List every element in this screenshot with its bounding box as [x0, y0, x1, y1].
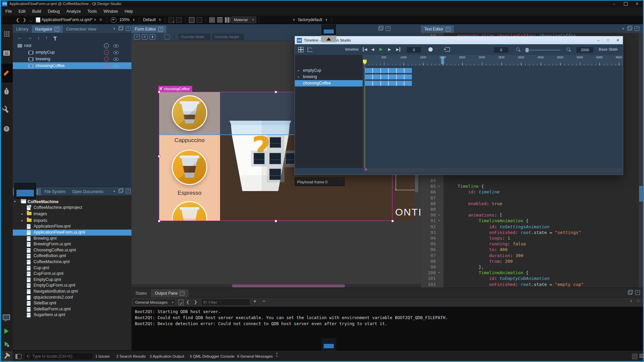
float-pane-icon[interactable]: [628, 291, 632, 295]
close-pane-icon[interactable]: [126, 189, 130, 193]
file-row[interactable]: CoffeeMachine.qmlproject: [13, 205, 131, 211]
output-filter[interactable]: [201, 299, 250, 306]
output-log[interactable]: Boot2Qt: Starting QDB host server.Boot2Q…: [131, 307, 644, 351]
pane-menu-icon[interactable]: [113, 26, 115, 31]
move-right-icon[interactable]: →: [28, 35, 32, 40]
move-left-icon[interactable]: ←: [17, 35, 22, 40]
zoom-out-icon[interactable]: −: [262, 298, 265, 304]
file-row[interactable]: SideBarForm.ui.qml: [13, 306, 131, 312]
progress-icon[interactable]: [632, 354, 638, 359]
close-tab-icon[interactable]: [55, 27, 59, 32]
snapping-icon[interactable]: S: [168, 17, 174, 23]
timeline-track-brewing[interactable]: ▸brewing: [295, 74, 363, 80]
menu-edit[interactable]: Edit: [15, 7, 29, 16]
minimize-button[interactable]: –: [608, 0, 620, 7]
continue-button-fragment[interactable]: ONTI: [395, 206, 421, 218]
menu-debug[interactable]: Debug: [45, 7, 63, 16]
canvas-horizontal-scrollbar[interactable]: [131, 284, 421, 288]
show-bounds-icon[interactable]: [164, 34, 170, 40]
debug-run-button[interactable]: [0, 337, 13, 351]
resize-handle[interactable]: [158, 155, 160, 158]
status-button[interactable]: 2 Search Results: [116, 351, 146, 362]
zoom-spinner-icon[interactable]: ▲▼: [132, 18, 135, 21]
edit-filter-icon[interactable]: [178, 300, 183, 305]
lock-icon[interactable]: ◡: [28, 18, 35, 22]
current-frame-field[interactable]: 0: [406, 47, 422, 53]
file-spinner-icon[interactable]: ▲▼: [94, 18, 96, 21]
close-pane-icon[interactable]: [386, 26, 390, 31]
tab-open-documents[interactable]: Open Documents: [69, 188, 107, 195]
kit-spinner-icon[interactable]: ▲▼: [325, 18, 328, 21]
float-pane-icon[interactable]: [118, 27, 122, 31]
playhead-position-field[interactable]: 0: [493, 47, 509, 53]
close-document-icon[interactable]: ✕: [98, 17, 104, 22]
close-pane-icon[interactable]: [635, 290, 640, 295]
float-pane-icon[interactable]: [118, 189, 122, 193]
status-button[interactable]: 6 General Messages: [237, 351, 273, 362]
file-row[interactable]: Brewing.qml: [13, 236, 131, 242]
loop-range-icon[interactable]: [445, 47, 450, 52]
help-mode-icon[interactable]: ?: [0, 121, 13, 136]
play-icon[interactable]: [379, 47, 383, 52]
record-icon[interactable]: [428, 47, 433, 52]
tab-navigator[interactable]: Navigator: [32, 25, 63, 33]
previous-frame-icon[interactable]: [371, 47, 374, 52]
move-up-icon[interactable]: ↑: [45, 35, 48, 40]
export-toggle-icon[interactable]: ←: [104, 43, 109, 48]
override-width-field[interactable]: [179, 34, 210, 40]
end-frame-field[interactable]: 2000: [576, 47, 594, 53]
file-row[interactable]: qtquickcontrols2.conf: [13, 295, 131, 301]
close-tab-icon[interactable]: [158, 27, 163, 32]
status-button[interactable]: 5 QML Debugger Console: [190, 351, 234, 362]
navigator-item-brewing[interactable]: brewing←: [13, 56, 131, 62]
export-toggle-icon[interactable]: ←: [104, 57, 109, 62]
design-mode-icon[interactable]: [0, 64, 13, 82]
kit-selector-icon[interactable]: [0, 310, 13, 324]
file-row[interactable]: BrewingForm.ui.qml: [13, 241, 131, 247]
file-row[interactable]: CoffeeMachine.qml: [13, 259, 131, 265]
tab-connection-view[interactable]: Connection View: [63, 25, 100, 33]
zoom-level[interactable]: 100%: [118, 17, 131, 22]
tab-text-editor[interactable]: Text Editor: [421, 25, 454, 33]
tab-states[interactable]: States: [131, 289, 151, 297]
snap-parent-icon[interactable]: ▮: [150, 34, 155, 40]
back-icon[interactable]: ❮: [14, 17, 21, 22]
live-preview-icon[interactable]: [111, 17, 116, 23]
show-contents-icon[interactable]: [197, 17, 202, 23]
resize-handle[interactable]: [275, 91, 277, 93]
export-toggle-icon[interactable]: ←: [104, 63, 109, 68]
fold-marker[interactable]: ▾: [438, 218, 440, 224]
pane-menu-icon[interactable]: [113, 189, 115, 193]
file-row[interactable]: ▾CoffeeMachine: [13, 199, 131, 205]
forward-icon[interactable]: ❯: [21, 17, 28, 22]
welcome-mode-icon[interactable]: [0, 26, 13, 41]
tab-output-pane[interactable]: Output Pane: [151, 289, 189, 297]
timeline-track-emptyCup[interactable]: ▸emptyCup: [295, 67, 363, 74]
keyframe-bar[interactable]: [365, 68, 412, 73]
next-frame-icon[interactable]: [388, 47, 391, 52]
close-tab-icon[interactable]: [180, 291, 184, 296]
expander-icon[interactable]: ▸: [298, 80, 299, 86]
status-button[interactable]: 1 Issues: [95, 351, 110, 362]
kit-selector[interactable]: factorydefault: [297, 17, 324, 22]
file-row[interactable]: SugarItem.ui.qml: [13, 312, 131, 318]
timeline-track-choosingCoffee[interactable]: ▸choosingCoffee: [295, 80, 363, 86]
file-row[interactable]: EmptyCupForm.ui.qml: [13, 283, 131, 289]
zoom-in-icon[interactable]: [567, 48, 570, 51]
edit-mode-icon[interactable]: [0, 46, 13, 60]
expander-icon[interactable]: ▾: [14, 199, 16, 205]
style-spinner-icon[interactable]: ▲▼: [159, 18, 161, 21]
file-row[interactable]: SideBar.qml: [13, 300, 131, 306]
close-button[interactable]: ✕: [631, 0, 643, 7]
fold-marker[interactable]: ▾: [438, 183, 440, 189]
maximize-button[interactable]: [620, 0, 631, 7]
toggle-sidebar-icon[interactable]: [15, 354, 21, 359]
resize-handle[interactable]: [391, 220, 394, 222]
fold-marker[interactable]: ▾: [438, 212, 440, 218]
menu-file[interactable]: File: [2, 7, 15, 16]
timeline-ruler[interactable]: 5001000150020002500300035004000450050005…: [363, 55, 623, 66]
to-end-icon[interactable]: [396, 47, 400, 52]
columns-view-icon[interactable]: [209, 17, 215, 23]
tab-library[interactable]: Library: [13, 25, 32, 33]
to-start-icon[interactable]: [363, 47, 367, 52]
